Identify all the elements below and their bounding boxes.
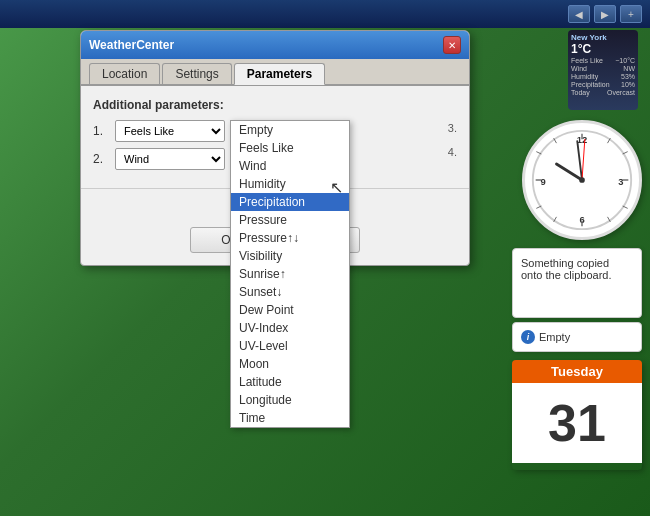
clipboard-text: Something copied onto the clipboard.: [521, 257, 612, 281]
weather-wind-row: Wind NW: [571, 65, 635, 72]
param-select-1[interactable]: Feels Like: [115, 120, 225, 142]
clipboard-empty-widget: i Empty: [512, 322, 642, 352]
dropdown-item[interactable]: Time: [231, 409, 349, 427]
weather-today-row: Today Overcast: [571, 89, 635, 96]
svg-point-20: [579, 177, 585, 183]
feels-val: −10°C: [615, 57, 635, 64]
empty-label: Empty: [539, 331, 570, 343]
weather-widget: New York 1°C Feels Like −10°C Wind NW Hu…: [568, 30, 638, 110]
today-label: Today: [571, 89, 590, 96]
topbar-add-button[interactable]: +: [620, 5, 642, 23]
dropdown-item[interactable]: Visibility: [231, 247, 349, 265]
info-icon: i: [521, 330, 535, 344]
param-num-2: 2.: [93, 152, 109, 166]
dropdown-item[interactable]: Moon: [231, 355, 349, 373]
feels-label: Feels Like: [571, 57, 603, 64]
right-num-3: 3.: [448, 122, 457, 134]
desktop: ◀ ▶ + New York 1°C Feels Like −10°C Wind…: [0, 0, 650, 516]
calendar-day-num: 31: [548, 397, 606, 449]
humidity-val: 53%: [621, 73, 635, 80]
dropdown-item[interactable]: Latitude: [231, 373, 349, 391]
today-val: Overcast: [607, 89, 635, 96]
topbar-forward-button[interactable]: ▶: [594, 5, 616, 23]
dialog-titlebar: WeatherCenter ✕: [81, 31, 469, 59]
right-num-4: 4.: [448, 146, 457, 158]
dropdown-item[interactable]: Sunset↓: [231, 283, 349, 301]
weather-precip-row: Precipitation 10%: [571, 81, 635, 88]
topbar-back-button[interactable]: ◀: [568, 5, 590, 23]
humidity-label: Humidity: [571, 73, 598, 80]
weather-feels-row: Feels Like −10°C: [571, 57, 635, 64]
dropdown-item[interactable]: Feels Like: [231, 139, 349, 157]
precip-val: 10%: [621, 81, 635, 88]
section-label: Additional parameters:: [93, 98, 457, 112]
dropdown-item[interactable]: Pressure: [231, 211, 349, 229]
svg-text:3: 3: [618, 176, 623, 187]
dropdown-item[interactable]: UV-Index: [231, 319, 349, 337]
topbar: ◀ ▶ +: [0, 0, 650, 28]
weather-temp: 1°C: [571, 42, 635, 56]
dropdown-item[interactable]: Longitude: [231, 391, 349, 409]
dialog-tabs: Location Settings Parameters: [81, 59, 469, 86]
dialog-title: WeatherCenter: [89, 38, 174, 52]
clock-face: 12 3 6 9: [530, 128, 634, 232]
dropdown-menu: EmptyFeels LikeWindHumidityPrecipitation…: [230, 120, 350, 428]
dropdown-item[interactable]: Humidity: [231, 175, 349, 193]
clipboard-widget: Something copied onto the clipboard.: [512, 248, 642, 318]
param-num-1: 1.: [93, 124, 109, 138]
wind-label: Wind: [571, 65, 587, 72]
tab-settings[interactable]: Settings: [162, 63, 231, 84]
dropdown-item[interactable]: Dew Point: [231, 301, 349, 319]
calendar-day-name: Tuesday: [551, 364, 603, 379]
dialog-close-button[interactable]: ✕: [443, 36, 461, 54]
dropdown-item[interactable]: Empty: [231, 121, 349, 139]
clock-widget: 12 3 6 9: [522, 120, 642, 240]
weather-humidity-row: Humidity 53%: [571, 73, 635, 80]
topbar-controls: ◀ ▶ +: [568, 5, 642, 23]
precip-label: Precipitation: [571, 81, 610, 88]
dropdown-item[interactable]: UV-Level: [231, 337, 349, 355]
dropdown-item[interactable]: Sunrise↑: [231, 265, 349, 283]
calendar-body: 31: [512, 383, 642, 463]
calendar-header: Tuesday: [512, 360, 642, 383]
right-params: 3. 4.: [448, 120, 457, 158]
weather-city: New York: [571, 33, 635, 42]
tab-parameters[interactable]: Parameters: [234, 63, 325, 85]
tab-location[interactable]: Location: [89, 63, 160, 84]
svg-text:9: 9: [541, 176, 546, 187]
dropdown-item[interactable]: Pressure↑↓: [231, 229, 349, 247]
dropdown-item[interactable]: Precipitation: [231, 193, 349, 211]
dropdown-item[interactable]: Wind: [231, 157, 349, 175]
param-select-2[interactable]: Wind: [115, 148, 225, 170]
wind-val: NW: [623, 65, 635, 72]
calendar-widget: Tuesday 31: [512, 360, 642, 470]
